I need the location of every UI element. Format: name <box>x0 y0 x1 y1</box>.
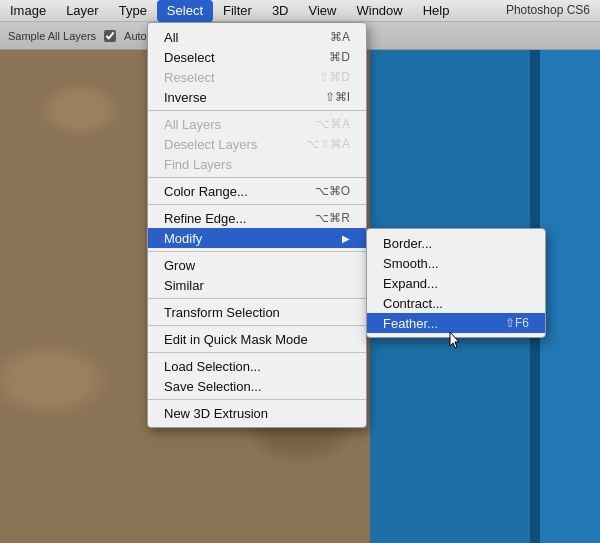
menu-item-find-layers[interactable]: Find Layers <box>148 154 366 174</box>
menu-layer[interactable]: Layer <box>56 0 109 22</box>
menu-item-all[interactable]: All ⌘A <box>148 27 366 47</box>
menu-help[interactable]: Help <box>413 0 460 22</box>
menu-item-new-3d-extrusion[interactable]: New 3D Extrusion <box>148 403 366 423</box>
menu-item-deselect-layers[interactable]: Deselect Layers ⌥⇧⌘A <box>148 134 366 154</box>
menu-item-similar[interactable]: Similar <box>148 275 366 295</box>
submenu-arrow-icon: ▶ <box>342 233 350 244</box>
submenu-item-contract[interactable]: Contract... <box>367 293 545 313</box>
menu-item-inverse[interactable]: Inverse ⇧⌘I <box>148 87 366 107</box>
separator-8 <box>148 399 366 400</box>
menu-item-save-selection[interactable]: Save Selection... <box>148 376 366 396</box>
menu-item-all-layers[interactable]: All Layers ⌥⌘A <box>148 114 366 134</box>
menu-3d[interactable]: 3D <box>262 0 299 22</box>
menu-item-refine-edge[interactable]: Refine Edge... ⌥⌘R <box>148 208 366 228</box>
separator-6 <box>148 325 366 326</box>
sample-all-layers-label: Sample All Layers <box>8 30 96 42</box>
separator-5 <box>148 298 366 299</box>
menu-image[interactable]: Image <box>0 0 56 22</box>
menu-item-transform-selection[interactable]: Transform Selection <box>148 302 366 322</box>
submenu-item-border[interactable]: Border... <box>367 233 545 253</box>
blue-slat <box>540 30 600 543</box>
menu-window[interactable]: Window <box>346 0 412 22</box>
menu-type[interactable]: Type <box>109 0 157 22</box>
menu-item-grow[interactable]: Grow <box>148 255 366 275</box>
separator-4 <box>148 251 366 252</box>
menu-item-quick-mask[interactable]: Edit in Quick Mask Mode <box>148 329 366 349</box>
menu-item-color-range[interactable]: Color Range... ⌥⌘O <box>148 181 366 201</box>
menu-item-reselect[interactable]: Reselect ⇧⌘D <box>148 67 366 87</box>
menu-item-deselect[interactable]: Deselect ⌘D <box>148 47 366 67</box>
submenu-item-expand[interactable]: Expand... <box>367 273 545 293</box>
separator-3 <box>148 204 366 205</box>
window-title: Photoshop CS6 <box>496 0 600 20</box>
menu-item-modify[interactable]: Modify ▶ <box>148 228 366 248</box>
menu-item-load-selection[interactable]: Load Selection... <box>148 356 366 376</box>
submenu-item-feather[interactable]: Feather... ⇧F6 <box>367 313 545 333</box>
sample-all-layers-checkbox[interactable] <box>104 30 116 42</box>
select-menu-dropdown: All ⌘A Deselect ⌘D Reselect ⇧⌘D Inverse … <box>147 22 367 428</box>
separator-7 <box>148 352 366 353</box>
separator-2 <box>148 177 366 178</box>
menu-select[interactable]: Select <box>157 0 213 22</box>
menu-filter[interactable]: Filter <box>213 0 262 22</box>
menu-view[interactable]: View <box>299 0 347 22</box>
modify-submenu: Border... Smooth... Expand... Contract..… <box>366 228 546 338</box>
separator-1 <box>148 110 366 111</box>
submenu-item-smooth[interactable]: Smooth... <box>367 253 545 273</box>
